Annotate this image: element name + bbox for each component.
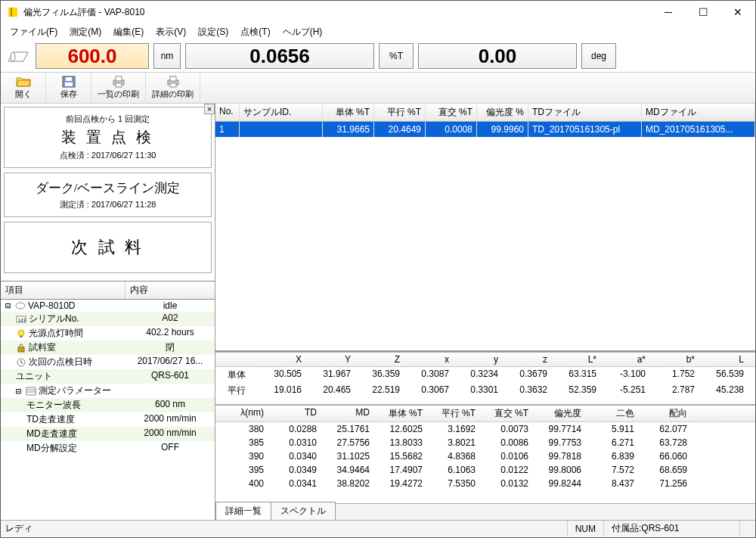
color-col-header[interactable]: Y bbox=[306, 353, 355, 366]
color-col-header[interactable]: b* bbox=[650, 353, 699, 366]
spec-row[interactable]: 3800.028825.176112.60253.16920.007399.77… bbox=[215, 422, 755, 436]
color-cell: 30.505 bbox=[257, 367, 306, 383]
angle-unit: deg bbox=[581, 43, 616, 69]
tab-spectrum[interactable]: スペクトル bbox=[271, 502, 336, 520]
spec-cell: 0.0073 bbox=[480, 422, 533, 436]
tab-detail-list[interactable]: 詳細一覧 bbox=[215, 502, 271, 520]
spec-col-header[interactable]: 直交 %T bbox=[480, 406, 533, 421]
minimize-button[interactable]: ─ bbox=[651, 1, 686, 23]
menu-inspect[interactable]: 点検(T) bbox=[234, 24, 276, 40]
spec-col-header[interactable]: 平行 %T bbox=[427, 406, 480, 421]
menu-file[interactable]: ファイル(F) bbox=[4, 24, 64, 40]
property-row[interactable]: モニター波長600 nm bbox=[1, 398, 215, 412]
color-cell: 0.3679 bbox=[503, 367, 552, 383]
menu-view[interactable]: 表示(V) bbox=[150, 24, 192, 40]
spec-col-header[interactable]: λ(nm) bbox=[215, 406, 268, 421]
spec-cell: 13.8033 bbox=[374, 436, 427, 449]
col-td-file[interactable]: TDファイル bbox=[528, 104, 642, 121]
property-row[interactable]: 123シリアルNo.A02 bbox=[1, 312, 215, 326]
spec-row[interactable]: 3950.034934.946417.49076.10630.012299.80… bbox=[215, 463, 755, 477]
col-parallel-t[interactable]: 平行 %T bbox=[374, 104, 426, 121]
property-label: MD分解設定 bbox=[26, 442, 77, 455]
spec-row[interactable]: 3850.031027.575613.80333.80210.008699.77… bbox=[215, 436, 755, 449]
color-cell: 63.315 bbox=[552, 367, 601, 383]
sample-grid-row[interactable]: 1 31.9665 20.4649 0.0008 99.9960 TD_2017… bbox=[215, 122, 755, 137]
spec-cell: 19.4272 bbox=[374, 477, 427, 490]
property-row[interactable]: MD分解設定OFF bbox=[1, 441, 215, 456]
spec-col-header[interactable]: 単体 %T bbox=[374, 406, 427, 421]
spec-cell: 3.1692 bbox=[427, 422, 480, 436]
wizard-step-next-sample[interactable]: 次 試 料 bbox=[4, 222, 212, 273]
spec-cell: 12.6025 bbox=[374, 422, 427, 436]
menu-help[interactable]: ヘルプ(H) bbox=[277, 24, 329, 40]
spec-cell: 34.9464 bbox=[321, 463, 374, 477]
print-list-button[interactable]: 一覧の印刷 bbox=[91, 73, 146, 103]
color-col-header[interactable]: z bbox=[503, 353, 552, 366]
color-col-header[interactable]: x bbox=[404, 353, 454, 366]
spec-col-header[interactable]: TD bbox=[268, 406, 321, 421]
property-row[interactable]: ユニットQRS-601 bbox=[1, 369, 215, 384]
wizard-title: 次 試 料 bbox=[8, 236, 208, 259]
property-row[interactable]: ⊟VAP-8010Didle bbox=[1, 300, 215, 312]
wizard-step-baseline[interactable]: ダーク/ベースライン測定 測定済 : 2017/06/27 11:28 bbox=[4, 173, 212, 217]
color-col-header[interactable]: X bbox=[257, 353, 306, 366]
col-sample-id[interactable]: サンプルID. bbox=[240, 104, 323, 121]
spec-col-header[interactable]: 偏光度 bbox=[533, 406, 586, 421]
spec-col-header[interactable]: 配向 bbox=[639, 406, 692, 421]
spec-cell: 71.256 bbox=[639, 477, 692, 490]
color-col-header[interactable]: a* bbox=[601, 353, 650, 366]
spec-cell: 99.8006 bbox=[533, 463, 586, 477]
spec-col-header[interactable]: MD bbox=[321, 406, 374, 421]
property-label: モニター波長 bbox=[26, 399, 81, 412]
folder-open-icon bbox=[16, 76, 31, 88]
property-value: 2017/06/27 16... bbox=[125, 356, 215, 369]
spec-row[interactable]: 3900.034031.102515.56824.83680.010699.78… bbox=[215, 449, 755, 463]
maximize-button[interactable]: ☐ bbox=[686, 1, 720, 23]
svg-rect-19 bbox=[26, 387, 36, 395]
color-row[interactable]: 平行19.01620.46522.5190.30670.33010.363252… bbox=[215, 383, 755, 399]
close-button[interactable]: ✕ bbox=[720, 1, 755, 23]
color-col-header[interactable]: Z bbox=[355, 353, 404, 366]
color-col-header[interactable]: L bbox=[699, 353, 748, 366]
col-no[interactable]: No. bbox=[215, 104, 240, 121]
menu-settings[interactable]: 設定(S) bbox=[192, 24, 234, 40]
spec-cell: 3.8021 bbox=[427, 436, 480, 449]
color-row[interactable]: 単体30.50531.96736.3590.30870.32340.367963… bbox=[215, 367, 755, 383]
tabbar: 詳細一覧 スペクトル bbox=[215, 503, 755, 520]
tree-toggle-icon[interactable]: ⊟ bbox=[16, 386, 23, 397]
col-cross-t[interactable]: 直交 %T bbox=[426, 104, 477, 121]
property-row[interactable]: 次回の点検日時2017/06/27 16... bbox=[1, 355, 215, 369]
spec-row[interactable]: 4000.034138.820219.42727.53500.013299.82… bbox=[215, 477, 755, 490]
panel-close-button[interactable]: × bbox=[204, 104, 215, 114]
wizard-status: 点検済 : 2017/06/27 11:30 bbox=[8, 150, 208, 161]
property-row[interactable]: 試料室閉 bbox=[1, 341, 215, 355]
print-detail-button[interactable]: 詳細の印刷 bbox=[146, 73, 200, 103]
cell-md-file: MD_201705161305... bbox=[642, 122, 755, 137]
sample-grid-body[interactable] bbox=[215, 137, 755, 350]
spec-cell: 99.8244 bbox=[533, 477, 586, 490]
spec-col-header[interactable]: 二色 bbox=[586, 406, 639, 421]
menu-edit[interactable]: 編集(E) bbox=[107, 24, 150, 40]
color-col-header[interactable] bbox=[215, 353, 257, 366]
window-title: 偏光フィルム評価 - VAP-8010 bbox=[23, 6, 651, 19]
spec-cell: 7.572 bbox=[586, 463, 639, 477]
property-row[interactable]: TD走査速度2000 nm/min bbox=[1, 412, 215, 427]
save-button[interactable]: 保存 bbox=[46, 73, 91, 103]
open-button[interactable]: 開く bbox=[1, 73, 46, 103]
property-row[interactable]: MD走査速度2000 nm/min bbox=[1, 427, 215, 441]
color-col-header[interactable]: L* bbox=[552, 353, 601, 366]
color-col-header[interactable]: y bbox=[454, 353, 503, 366]
resize-grip[interactable] bbox=[739, 521, 755, 536]
transmittance-unit[interactable]: %T bbox=[379, 43, 414, 69]
property-row[interactable]: 光源点灯時間402.2 hours bbox=[1, 326, 215, 341]
spec-cell: 15.5682 bbox=[374, 449, 427, 463]
col-polarization[interactable]: 偏光度 % bbox=[477, 104, 528, 121]
menu-measure[interactable]: 測定(M) bbox=[64, 24, 107, 40]
tree-toggle-icon[interactable]: ⊟ bbox=[5, 300, 13, 311]
col-md-file[interactable]: MDファイル bbox=[642, 104, 755, 121]
spectrum-grid[interactable]: λ(nm)TDMD単体 %T平行 %T直交 %T偏光度二色配向 3800.028… bbox=[215, 405, 755, 503]
spec-cell: 6.839 bbox=[586, 449, 639, 463]
property-row[interactable]: ⊟測定パラメーター bbox=[1, 384, 215, 398]
wizard-step-inspection[interactable]: 前回点検から 1 回測定 装 置 点 検 点検済 : 2017/06/27 11… bbox=[4, 107, 212, 168]
col-single-t[interactable]: 単体 %T bbox=[323, 104, 374, 121]
